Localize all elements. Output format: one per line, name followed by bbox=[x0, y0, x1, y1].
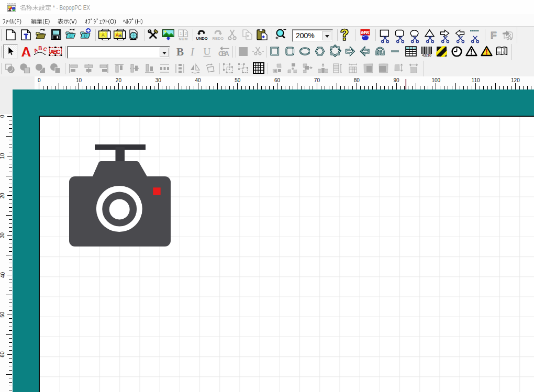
svg-text:REDO: REDO bbox=[213, 36, 224, 41]
svg-text:U: U bbox=[69, 33, 73, 39]
svg-text:CBA: CBA bbox=[218, 50, 230, 58]
svg-text:20: 20 bbox=[116, 77, 122, 83]
svg-text:60: 60 bbox=[0, 351, 6, 357]
svg-text:U: U bbox=[84, 33, 87, 39]
svg-text:110: 110 bbox=[472, 77, 480, 83]
svg-text:C: C bbox=[42, 46, 47, 53]
svg-text:43210: 43210 bbox=[422, 53, 431, 57]
svg-text:50: 50 bbox=[235, 77, 241, 83]
svg-text:F: F bbox=[491, 30, 497, 41]
svg-text:10: 10 bbox=[76, 77, 82, 83]
svg-text:MAX: MAX bbox=[361, 29, 370, 35]
svg-text:0: 0 bbox=[0, 115, 6, 118]
svg-text:80: 80 bbox=[354, 77, 360, 83]
svg-text:100: 100 bbox=[431, 77, 440, 83]
svg-text:50: 50 bbox=[0, 311, 6, 318]
svg-text:U: U bbox=[204, 46, 211, 57]
svg-text:20: 20 bbox=[0, 193, 6, 199]
svg-text:90: 90 bbox=[393, 77, 399, 83]
svg-text:NUM: NUM bbox=[179, 37, 188, 41]
svg-text:30: 30 bbox=[155, 77, 162, 83]
svg-text:A: A bbox=[116, 32, 119, 38]
svg-text:40: 40 bbox=[0, 272, 6, 278]
svg-text:70: 70 bbox=[314, 77, 320, 83]
svg-text:2: 2 bbox=[185, 31, 187, 36]
svg-text:UNDO: UNDO bbox=[196, 36, 208, 41]
svg-text:30: 30 bbox=[0, 232, 6, 239]
svg-text:B: B bbox=[38, 46, 42, 51]
svg-text:1: 1 bbox=[180, 31, 182, 36]
svg-text:0: 0 bbox=[38, 77, 41, 83]
svg-text:10: 10 bbox=[0, 153, 6, 159]
svg-text:a: a bbox=[119, 33, 122, 38]
svg-text:B: B bbox=[176, 46, 184, 58]
svg-text:120: 120 bbox=[511, 77, 520, 83]
svg-text:60: 60 bbox=[274, 77, 281, 83]
svg-text:I: I bbox=[190, 46, 195, 58]
svg-text:40: 40 bbox=[195, 77, 201, 83]
svg-text:A: A bbox=[102, 32, 105, 38]
svg-text:ABC: ABC bbox=[50, 49, 61, 55]
